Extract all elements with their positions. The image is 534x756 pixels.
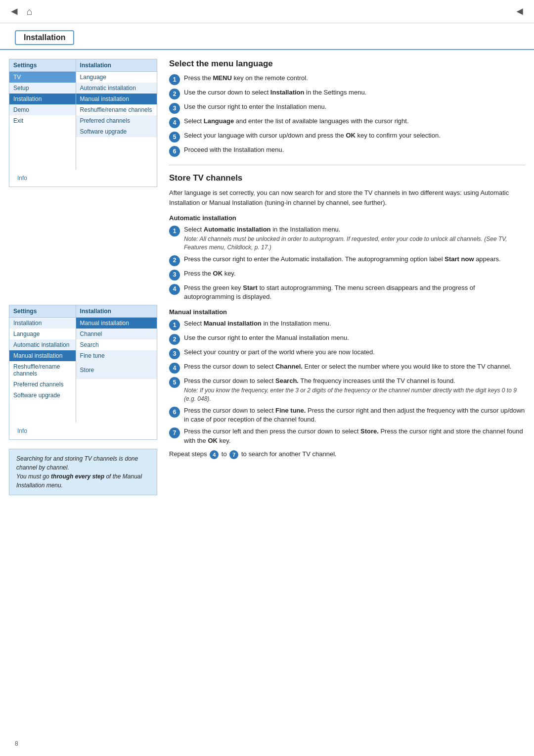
menu1-col2-reshuffle[interactable]: Reshuffle/rename channels bbox=[76, 104, 157, 115]
auto-install-steps: 1 Select Automatic installation in the I… bbox=[169, 225, 525, 301]
repeat-to-num: 7 bbox=[229, 450, 238, 459]
repeat-steps-text: Repeat steps 4 to 7 to search for anothe… bbox=[169, 450, 525, 459]
top-bar: ◄ ⌂ ◄ bbox=[0, 0, 534, 23]
step-item: 1 Press the MENU key on the remote contr… bbox=[169, 74, 525, 85]
menu2-col1-language[interactable]: Language bbox=[9, 329, 76, 339]
manual-step-num-3: 3 bbox=[169, 348, 180, 359]
auto-install-subtitle: Automatic installation bbox=[169, 214, 525, 222]
menu2-col1-software[interactable]: Software upgrade bbox=[9, 390, 76, 401]
menu1-col2-language[interactable]: Language bbox=[76, 72, 157, 83]
auto-step-num-3: 3 bbox=[169, 270, 180, 281]
step-text-6: Proceed with the Installation menu. bbox=[184, 145, 525, 154]
auto-step-num-1: 1 bbox=[169, 226, 180, 236]
info-link-2[interactable]: Info bbox=[13, 425, 153, 437]
step-item: 1 Select Manual installation in the Inst… bbox=[169, 319, 525, 331]
step-item: 5 Select your language with cursor up/do… bbox=[169, 131, 525, 142]
menu1-col1-setup[interactable]: Setup bbox=[9, 83, 76, 94]
repeat-label: Repeat steps bbox=[169, 450, 207, 458]
table-row: Software upgrade bbox=[9, 126, 157, 137]
step-num-6: 6 bbox=[169, 146, 180, 157]
left-column: Settings Installation TV Language Setup … bbox=[9, 59, 157, 499]
step-text-5: Select your language with cursor up/down… bbox=[184, 131, 525, 140]
main-layout: Settings Installation TV Language Setup … bbox=[0, 59, 534, 499]
right-column: Select the menu language 1 Press the MEN… bbox=[169, 59, 525, 499]
manual-step-text-7: Press the cursor left and then press the… bbox=[184, 427, 525, 445]
step-item: 6 Press the cursor down to select Fine t… bbox=[169, 406, 525, 424]
right-arrow-icon[interactable]: ◄ bbox=[514, 5, 525, 18]
manual-step-text-6: Press the cursor down to select Fine tun… bbox=[184, 406, 525, 424]
back-icon[interactable]: ◄ bbox=[9, 5, 20, 18]
menu2-col1-manual[interactable]: Manual installation bbox=[9, 350, 76, 361]
menu2-col2-manual-title[interactable]: Manual installation bbox=[76, 318, 157, 329]
menu1-footer-row: Info bbox=[9, 170, 157, 187]
menu1-col1-installation[interactable]: Installation bbox=[9, 94, 76, 104]
step-item: 2 Use the cursor down to select Installa… bbox=[169, 88, 525, 99]
menu2-col1-preferred[interactable]: Preferred channels bbox=[9, 379, 76, 390]
step-item: 5 Press the cursor down to select Search… bbox=[169, 377, 525, 403]
note-line2: You must go bbox=[16, 473, 49, 480]
manual-step-num-7: 7 bbox=[169, 427, 180, 438]
manual-install-steps: 1 Select Manual installation in the Inst… bbox=[169, 319, 525, 445]
step-item: 1 Select Automatic installation in the I… bbox=[169, 225, 525, 252]
manual-step-num-4: 4 bbox=[169, 363, 180, 374]
menu1-col1-demo[interactable]: Demo bbox=[9, 104, 76, 115]
menu2-col2-channel[interactable]: Channel bbox=[76, 329, 157, 339]
manual-step-num-6: 6 bbox=[169, 407, 180, 418]
menu1-col1-exit[interactable]: Exit bbox=[9, 115, 76, 126]
menu1-col2-auto[interactable]: Automatic installation bbox=[76, 83, 157, 94]
step-item: 2 Press the cursor right to enter the Au… bbox=[169, 255, 525, 266]
menu-table-2: Settings Installation Installation Manua… bbox=[9, 305, 157, 440]
table-row: Demo Reshuffle/rename channels bbox=[9, 104, 157, 115]
step-num-3: 3 bbox=[169, 103, 180, 114]
menu1-col2-software[interactable]: Software upgrade bbox=[76, 126, 157, 137]
step-item: 4 Press the cursor down to select Channe… bbox=[169, 362, 525, 374]
auto-step-num-2: 2 bbox=[169, 255, 180, 266]
table-row: Preferred channels bbox=[9, 379, 157, 390]
menu1-col1-tv[interactable]: TV bbox=[9, 72, 76, 83]
step-item: 3 Use the cursor right to enter the Inst… bbox=[169, 102, 525, 114]
menu-table-1: Settings Installation TV Language Setup … bbox=[9, 59, 157, 187]
auto-step-num-4: 4 bbox=[169, 284, 180, 295]
page-title: Installation bbox=[15, 30, 74, 45]
page-title-bar: Installation bbox=[0, 23, 534, 50]
menu2-col1-reshuffle[interactable]: Reshuffle/rename channels bbox=[9, 361, 76, 379]
step-item: 7 Press the cursor left and then press t… bbox=[169, 427, 525, 445]
menu2-col1-installation[interactable]: Installation bbox=[9, 318, 76, 329]
table-row: Language Channel bbox=[9, 329, 157, 339]
menu1-col2-preferred[interactable]: Preferred channels bbox=[76, 115, 157, 126]
table-row: Installation Manual installation bbox=[9, 318, 157, 329]
table-row: Manual installation Fine tune bbox=[9, 350, 157, 361]
info-link-1[interactable]: Info bbox=[13, 172, 153, 185]
table-row: Installation Manual installation bbox=[9, 94, 157, 104]
table-row: Automatic installation Search bbox=[9, 339, 157, 350]
manual-step-num-1: 1 bbox=[169, 320, 180, 331]
table-row: Exit Preferred channels bbox=[9, 115, 157, 126]
table-row bbox=[9, 148, 157, 159]
step-item: 2 Use the cursor right to enter the Manu… bbox=[169, 333, 525, 345]
section-divider bbox=[169, 165, 525, 165]
menu2-col2-store[interactable]: Store bbox=[76, 361, 157, 379]
select-language-title: Select the menu language bbox=[169, 59, 525, 69]
manual-step-text-5: Press the cursor down to select Search. … bbox=[184, 377, 525, 403]
repeat-suffix: to search for another TV channel. bbox=[241, 450, 337, 458]
manual-step-text-3: Select your country or part of the world… bbox=[184, 348, 525, 357]
note-line1: Searching for and storing TV channels is… bbox=[16, 455, 138, 471]
repeat-from-num: 4 bbox=[210, 450, 219, 459]
step-num-5: 5 bbox=[169, 132, 180, 142]
step-item: 3 Press the OK key. bbox=[169, 269, 525, 281]
menu1-col2-manual[interactable]: Manual installation bbox=[76, 94, 157, 104]
step-item: 6 Proceed with the Installation menu. bbox=[169, 145, 525, 157]
menu1-col2-header: Installation bbox=[76, 59, 157, 72]
menu2-col2-finetune[interactable]: Fine tune bbox=[76, 350, 157, 361]
menu2-col1-auto[interactable]: Automatic installation bbox=[9, 339, 76, 350]
table-row: TV Language bbox=[9, 72, 157, 83]
auto-step-text-1: Select Automatic installation in the Ins… bbox=[184, 225, 525, 252]
note-box: Searching for and storing TV channels is… bbox=[9, 449, 157, 495]
manual-install-subtitle: Manual installation bbox=[169, 308, 525, 316]
store-tv-title: Store TV channels bbox=[169, 173, 525, 183]
home-icon[interactable]: ⌂ bbox=[27, 6, 33, 17]
manual-step-text-4: Press the cursor down to select Channel.… bbox=[184, 362, 525, 371]
table-row: Reshuffle/rename channels Store bbox=[9, 361, 157, 379]
table-row: Setup Automatic installation bbox=[9, 83, 157, 94]
menu2-col2-search[interactable]: Search bbox=[76, 339, 157, 350]
